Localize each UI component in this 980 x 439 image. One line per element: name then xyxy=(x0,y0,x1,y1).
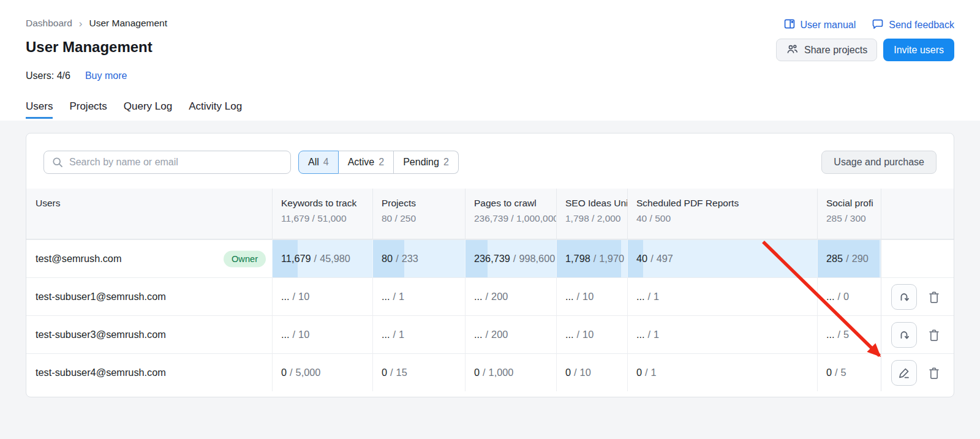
delete-user-button[interactable] xyxy=(925,284,943,310)
table-row-email: test-subuser3@semrush.com xyxy=(26,315,272,353)
usage-cell: 80/233 xyxy=(372,239,465,277)
invite-users-button[interactable]: Invite users xyxy=(883,39,954,61)
filter-pending[interactable]: Pending 2 xyxy=(394,151,459,174)
usage-cell: .../1 xyxy=(372,315,465,353)
share-projects-button[interactable]: Share projects xyxy=(776,39,877,61)
breadcrumb-dashboard[interactable]: Dashboard xyxy=(26,18,72,29)
usage-cell: .../10 xyxy=(556,277,627,315)
tab-projects[interactable]: Projects xyxy=(69,100,107,119)
column-header-pages: Pages to crawl236,739 / 1,000,000 xyxy=(465,189,556,239)
usage-cell: .../5 xyxy=(817,315,881,353)
table-row-email: test-subuser1@semrush.com xyxy=(26,277,272,315)
resend-invite-icon xyxy=(897,328,911,342)
people-icon xyxy=(786,43,799,58)
table-row-email: test-subuser4@semrush.com xyxy=(26,353,272,391)
speech-bubble-icon xyxy=(872,18,884,32)
page-title: User Management xyxy=(26,39,153,56)
column-header-seo-ideas: SEO Ideas Units1,798 / 2,000 xyxy=(556,189,627,239)
users-table: Users Keywords to track11,679 / 51,000 P… xyxy=(26,189,954,391)
chevron-right-icon: › xyxy=(79,18,83,29)
column-header-users: Users xyxy=(26,189,272,239)
row-actions xyxy=(881,239,954,277)
usage-cell: 1,798/1,970 xyxy=(556,239,627,277)
column-header-projects: Projects80 / 250 xyxy=(372,189,465,239)
usage-cell: 0/1 xyxy=(627,353,817,391)
column-header-social: Social profi285 / 300 xyxy=(817,189,881,239)
usage-cell: .../1 xyxy=(627,277,817,315)
help-links: User manual Send feedback xyxy=(783,18,954,32)
user-manual-book-icon xyxy=(783,18,796,32)
trash-icon xyxy=(927,328,941,342)
usage-cell: .../200 xyxy=(465,315,556,353)
usage-cell: 40/497 xyxy=(627,239,817,277)
usage-cell: .../10 xyxy=(272,277,372,315)
search-icon xyxy=(51,156,64,168)
tab-query-log[interactable]: Query Log xyxy=(124,100,172,119)
tab-bar: Users Projects Query Log Activity Log xyxy=(26,100,242,119)
usage-cell: 11,679/45,980 xyxy=(272,239,372,277)
usage-cell: 0/10 xyxy=(556,353,627,391)
usage-cell: .../200 xyxy=(465,277,556,315)
users-card: All 4 Active 2 Pending 2 Usage and purch… xyxy=(26,133,954,397)
row-actions xyxy=(881,353,954,391)
usage-cell: .../10 xyxy=(272,315,372,353)
resend-invite-button[interactable] xyxy=(891,322,917,348)
tab-users[interactable]: Users xyxy=(26,100,53,119)
row-actions xyxy=(881,315,954,353)
row-actions xyxy=(881,277,954,315)
owner-badge: Owner xyxy=(224,250,266,267)
usage-cell: .../1 xyxy=(627,315,817,353)
trash-icon xyxy=(927,290,941,304)
column-header-actions xyxy=(881,189,954,239)
usage-cell: .../0 xyxy=(817,277,881,315)
usage-and-purchase-button[interactable]: Usage and purchase xyxy=(821,151,937,174)
trash-icon xyxy=(927,366,941,380)
usage-cell: 285/290 xyxy=(817,239,881,277)
filter-active[interactable]: Active 2 xyxy=(339,151,394,174)
pencil-icon xyxy=(897,366,911,380)
tab-activity-log[interactable]: Activity Log xyxy=(189,100,242,119)
breadcrumb-current: User Management xyxy=(89,18,168,29)
usage-cell: 0/15 xyxy=(372,353,465,391)
usage-cell: 236,739/998,600 xyxy=(465,239,556,277)
column-header-keywords: Keywords to track11,679 / 51,000 xyxy=(272,189,372,239)
filter-all[interactable]: All 4 xyxy=(298,151,339,174)
users-count: Users: 4/6 xyxy=(26,70,70,81)
edit-limits-button[interactable] xyxy=(891,360,917,386)
search-field xyxy=(43,151,291,174)
buy-more-link[interactable]: Buy more xyxy=(85,70,127,81)
search-input[interactable] xyxy=(43,151,291,174)
delete-user-button[interactable] xyxy=(925,322,943,348)
usage-cell: 0/5,000 xyxy=(272,353,372,391)
status-filter: All 4 Active 2 Pending 2 xyxy=(298,151,459,174)
user-manual-link[interactable]: User manual xyxy=(783,18,856,32)
usage-cell: .../10 xyxy=(556,315,627,353)
column-header-pdf-reports: Scheduled PDF Reports40 / 500 xyxy=(627,189,817,239)
delete-user-button[interactable] xyxy=(925,360,943,386)
resend-invite-icon xyxy=(897,290,911,304)
table-row-email: test@semrush.com Owner xyxy=(26,239,272,277)
resend-invite-button[interactable] xyxy=(891,284,917,310)
usage-cell: 0/1,000 xyxy=(465,353,556,391)
usage-cell: .../1 xyxy=(372,277,465,315)
send-feedback-link[interactable]: Send feedback xyxy=(872,18,954,32)
usage-cell: 0/5 xyxy=(817,353,881,391)
breadcrumb: Dashboard › User Management xyxy=(26,18,167,29)
